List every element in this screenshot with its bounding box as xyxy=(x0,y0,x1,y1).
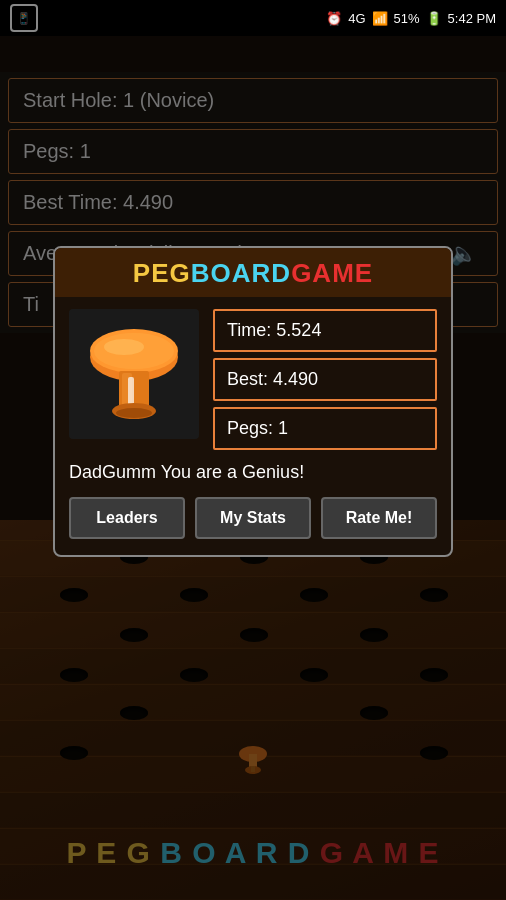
status-bar: 📱 ⏰ 4G 📶 51% 🔋 5:42 PM xyxy=(0,0,506,36)
modal-content-row: Time: 5.524 Best: 4.490 Pegs: 1 xyxy=(69,309,437,450)
svg-rect-10 xyxy=(128,377,134,407)
result-modal: PEGBOARDGAME xyxy=(53,246,453,557)
modal-best-stat: Best: 4.490 xyxy=(213,358,437,401)
leaders-button[interactable]: Leaders xyxy=(69,497,185,539)
modal-title-logo: PEGBOARDGAME xyxy=(71,258,435,289)
signal-bars: 📶 xyxy=(372,11,388,26)
my-stats-button[interactable]: My Stats xyxy=(195,497,311,539)
modal-time-stat: Time: 5.524 xyxy=(213,309,437,352)
phone-icon: 📱 xyxy=(10,4,38,32)
alarm-icon: ⏰ xyxy=(326,11,342,26)
peg-image xyxy=(69,309,199,439)
svg-point-7 xyxy=(104,339,144,355)
status-bar-left: 📱 xyxy=(10,4,38,32)
modal-pegs-stat: Pegs: 1 xyxy=(213,407,437,450)
time-display: 5:42 PM xyxy=(448,11,496,26)
modal-overlay: PEGBOARDGAME xyxy=(0,36,506,900)
status-bar-right: ⏰ 4G 📶 51% 🔋 5:42 PM xyxy=(326,11,496,26)
battery-icon: 🔋 xyxy=(426,11,442,26)
modal-header: PEGBOARDGAME xyxy=(55,248,451,297)
svg-point-12 xyxy=(116,408,152,418)
battery-label: 51% xyxy=(394,11,420,26)
modal-message: DadGumm You are a Genius! xyxy=(69,460,437,487)
signal-label: 4G xyxy=(348,11,365,26)
rate-me-button[interactable]: Rate Me! xyxy=(321,497,437,539)
modal-stats: Time: 5.524 Best: 4.490 Pegs: 1 xyxy=(213,309,437,450)
modal-body: Time: 5.524 Best: 4.490 Pegs: 1 DadGumm … xyxy=(55,297,451,555)
modal-buttons: Leaders My Stats Rate Me! xyxy=(69,497,437,543)
